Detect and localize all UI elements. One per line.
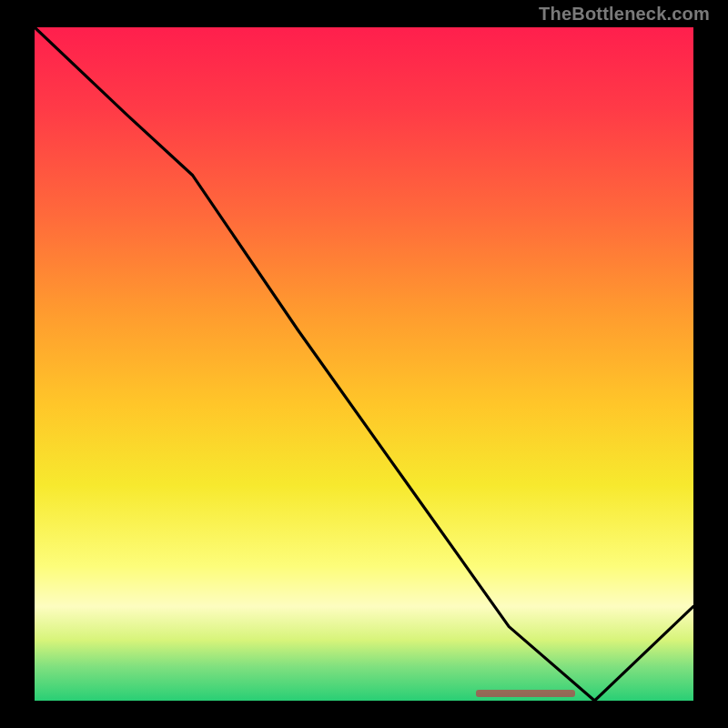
optimal-range-marker — [476, 690, 575, 697]
bottleneck-line — [35, 27, 693, 701]
plot-area — [35, 27, 693, 701]
chart-frame: TheBottleneck.com — [0, 0, 728, 728]
watermark-text: TheBottleneck.com — [539, 4, 710, 25]
